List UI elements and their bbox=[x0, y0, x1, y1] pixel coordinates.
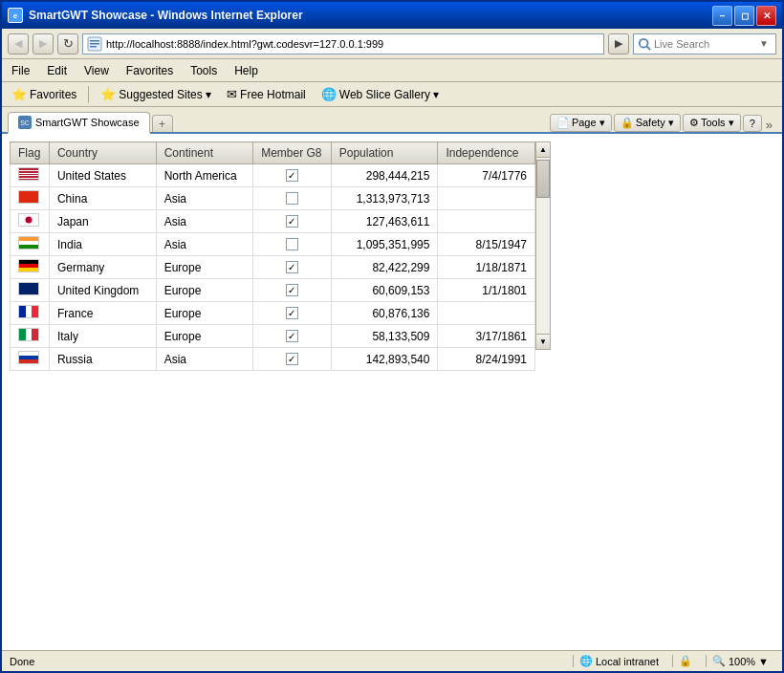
toolbar-page-button[interactable]: 📄 Page ▾ bbox=[550, 114, 612, 132]
flag-icon bbox=[18, 328, 39, 341]
member-g8-checkbox[interactable] bbox=[286, 238, 298, 250]
member-g8-cell[interactable] bbox=[253, 256, 332, 279]
population-cell: 58,133,509 bbox=[331, 325, 438, 348]
toolbar-help-button[interactable]: ? bbox=[743, 115, 762, 132]
table-row[interactable]: RussiaAsia142,893,5408/24/1991 bbox=[11, 348, 535, 371]
member-g8-cell[interactable] bbox=[253, 164, 332, 187]
member-g8-checkbox[interactable] bbox=[286, 192, 298, 205]
restore-button[interactable]: ◻ bbox=[734, 6, 754, 26]
table-row[interactable]: ItalyEurope58,133,5093/17/1861 bbox=[11, 325, 535, 348]
menu-bar: File Edit View Favorites Tools Help bbox=[2, 59, 782, 82]
population-cell: 298,444,215 bbox=[331, 164, 438, 187]
independence-cell: 1/1/1801 bbox=[438, 279, 535, 302]
member-g8-cell[interactable] bbox=[253, 348, 332, 371]
refresh-button[interactable]: ↻ bbox=[57, 33, 78, 54]
scroll-thumb[interactable] bbox=[536, 160, 550, 198]
country-cell: Russia bbox=[49, 348, 156, 371]
main-content: Flag Country Continent Member G8 Populat… bbox=[2, 134, 782, 650]
vertical-scrollbar[interactable]: ▲ ▼ bbox=[535, 141, 551, 350]
table-row[interactable]: ChinaAsia1,313,973,713 bbox=[11, 187, 535, 210]
table-row[interactable]: JapanAsia127,463,611 bbox=[11, 210, 535, 233]
flag-cell bbox=[11, 210, 50, 233]
page-icon-btn: 📄 bbox=[556, 117, 570, 129]
help-label: ? bbox=[750, 118, 755, 129]
menu-file[interactable]: File bbox=[8, 63, 33, 78]
member-g8-cell[interactable] bbox=[253, 233, 332, 256]
go-button[interactable]: ▶ bbox=[608, 33, 629, 54]
member-g8-checkbox[interactable] bbox=[286, 169, 298, 182]
table-row[interactable]: IndiaAsia1,095,351,9958/15/1947 bbox=[11, 233, 535, 256]
population-cell: 1,095,351,995 bbox=[331, 233, 438, 256]
member-g8-checkbox[interactable] bbox=[286, 307, 298, 319]
col-header-independence[interactable]: Independence bbox=[438, 142, 535, 164]
browser-window: e SmartGWT Showcase - Windows Internet E… bbox=[0, 0, 784, 673]
address-bar: ◀ ▶ ↻ http://localhost:8888/index.html?g… bbox=[2, 29, 782, 59]
toolbar-safety-button[interactable]: 🔒 Safety ▾ bbox=[614, 114, 681, 132]
menu-help[interactable]: Help bbox=[230, 63, 262, 78]
new-tab-button[interactable]: + bbox=[152, 115, 173, 132]
member-g8-checkbox[interactable] bbox=[286, 353, 298, 365]
hotmail-icon: ✉ bbox=[227, 87, 237, 101]
member-g8-cell[interactable] bbox=[253, 210, 332, 233]
address-box[interactable]: http://localhost:8888/index.html?gwt.cod… bbox=[82, 33, 604, 54]
fav-free-hotmail[interactable]: ✉ Free Hotmail bbox=[223, 86, 310, 102]
status-bar: Done 🌐 Local intranet 🔒 🔍 100% ▼ bbox=[2, 650, 782, 671]
search-go-button[interactable]: ▼ bbox=[756, 38, 772, 49]
minimize-button[interactable]: – bbox=[712, 6, 732, 26]
chevron-right-icon[interactable]: » bbox=[766, 118, 773, 132]
menu-favorites[interactable]: Favorites bbox=[122, 63, 177, 78]
member-g8-checkbox[interactable] bbox=[286, 284, 298, 296]
page-icon bbox=[87, 36, 102, 52]
close-button[interactable]: ✕ bbox=[756, 6, 776, 26]
zoom-icon: 🔍 bbox=[712, 655, 726, 667]
search-input[interactable] bbox=[654, 38, 756, 50]
population-cell: 82,422,299 bbox=[331, 256, 438, 279]
col-header-population[interactable]: Population bbox=[331, 142, 438, 164]
table-row[interactable]: FranceEurope60,876,136 bbox=[11, 302, 535, 325]
toolbar-tools-button[interactable]: ⚙ Tools ▾ bbox=[683, 114, 741, 132]
favorites-label: Favorites bbox=[30, 88, 76, 101]
flag-cell bbox=[11, 302, 50, 325]
menu-edit[interactable]: Edit bbox=[43, 63, 71, 78]
member-g8-cell[interactable] bbox=[253, 187, 332, 210]
scroll-down-button[interactable]: ▼ bbox=[536, 334, 550, 349]
fav-web-slice-gallery[interactable]: 🌐 Web Slice Gallery ▾ bbox=[317, 86, 443, 102]
continent-cell: Europe bbox=[156, 256, 253, 279]
table-row[interactable]: United KingdomEurope60,609,1531/1/1801 bbox=[11, 279, 535, 302]
flag-cell bbox=[11, 233, 50, 256]
col-header-flag[interactable]: Flag bbox=[11, 142, 50, 164]
table-row[interactable]: GermanyEurope82,422,2991/18/1871 bbox=[11, 256, 535, 279]
independence-cell: 7/4/1776 bbox=[438, 164, 535, 187]
fav-suggested-sites[interactable]: ⭐ Suggested Sites ▾ bbox=[97, 86, 215, 102]
back-button[interactable]: ◀ bbox=[8, 33, 29, 54]
member-g8-cell[interactable] bbox=[253, 279, 332, 302]
country-cell: Germany bbox=[49, 256, 156, 279]
member-g8-cell[interactable] bbox=[253, 325, 332, 348]
favorites-button[interactable]: ⭐ Favorites bbox=[8, 86, 80, 102]
member-g8-checkbox[interactable] bbox=[286, 330, 298, 342]
col-header-continent[interactable]: Continent bbox=[156, 142, 253, 164]
fav-separator-1 bbox=[88, 86, 89, 103]
member-g8-checkbox[interactable] bbox=[286, 261, 298, 273]
flag-icon bbox=[18, 167, 39, 181]
zoom-badge[interactable]: 🔍 100% ▼ bbox=[706, 655, 774, 667]
table-container: Flag Country Continent Member G8 Populat… bbox=[10, 141, 774, 371]
population-cell: 60,609,153 bbox=[331, 279, 438, 302]
country-cell: Italy bbox=[49, 325, 156, 348]
tab-smartgwt[interactable]: SC SmartGWT Showcase bbox=[8, 112, 150, 134]
member-g8-checkbox[interactable] bbox=[286, 215, 298, 228]
scroll-up-button[interactable]: ▲ bbox=[536, 142, 550, 158]
menu-tools[interactable]: Tools bbox=[186, 63, 221, 78]
favorites-bar: ⭐ Favorites ⭐ Suggested Sites ▾ ✉ Free H… bbox=[2, 82, 782, 107]
independence-cell: 8/24/1991 bbox=[438, 348, 535, 371]
col-header-country[interactable]: Country bbox=[49, 142, 156, 164]
country-cell: China bbox=[49, 187, 156, 210]
fav-hotmail-label: Free Hotmail bbox=[240, 88, 306, 101]
member-g8-cell[interactable] bbox=[253, 302, 332, 325]
flag-icon bbox=[18, 351, 39, 364]
search-box[interactable]: ▼ bbox=[633, 33, 776, 54]
col-header-member-g8[interactable]: Member G8 bbox=[253, 142, 332, 164]
table-row[interactable]: United StatesNorth America298,444,2157/4… bbox=[11, 164, 535, 187]
menu-view[interactable]: View bbox=[80, 63, 113, 78]
forward-button[interactable]: ▶ bbox=[33, 33, 54, 54]
